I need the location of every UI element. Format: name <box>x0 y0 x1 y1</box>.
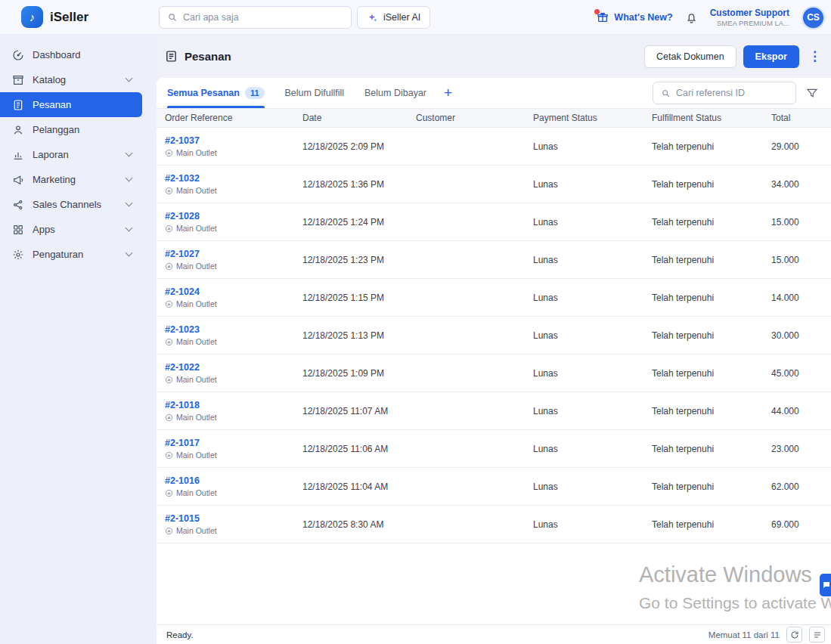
table-row[interactable]: #2-1027 Main Outlet 12/18/2025 1:23 PM L… <box>157 241 831 279</box>
sidebar-item-apps[interactable]: Apps <box>0 217 142 242</box>
avatar[interactable]: CS <box>802 6 825 29</box>
tab-label: Belum Dibayar <box>364 88 426 98</box>
megaphone-icon <box>11 173 24 186</box>
order-date: 12/18/2025 1:13 PM <box>302 330 416 341</box>
table-row[interactable]: #2-1017 Main Outlet 12/18/2025 11:06 AM … <box>157 430 831 468</box>
order-reference-link[interactable]: #2-1015 <box>165 513 302 524</box>
fulfillment-status: Telah terpenuhi <box>652 444 771 454</box>
iseller-ai-button[interactable]: iSeller AI <box>357 6 430 29</box>
tab-belum-difullfill[interactable]: Belum Difullfill <box>285 78 345 108</box>
filter-funnel-icon[interactable] <box>801 82 823 104</box>
order-total: 15.000 <box>771 217 831 228</box>
outlet-icon <box>165 451 173 460</box>
table-row[interactable]: #2-1022 Main Outlet 12/18/2025 1:09 PM L… <box>157 355 831 392</box>
table-row[interactable]: #2-1037 Main Outlet 12/18/2025 2:09 PM L… <box>157 128 831 166</box>
table-row[interactable]: #2-1015 Main Outlet 12/18/2025 8:30 AM L… <box>157 506 831 543</box>
sidebar-item-dashboard[interactable]: Dashboard <box>0 42 142 67</box>
table-row[interactable]: #2-1016 Main Outlet 12/18/2025 11:04 AM … <box>157 468 831 506</box>
tab-belum-dibayar[interactable]: Belum Dibayar <box>364 78 426 108</box>
sidebar-item-marketing[interactable]: Marketing <box>0 167 142 192</box>
column-header[interactable]: Total <box>771 113 831 123</box>
order-reference-link[interactable]: #2-1018 <box>165 400 302 410</box>
tab-label: Semua Pesanan <box>167 88 240 98</box>
chevron-down-icon <box>126 175 133 182</box>
column-header[interactable]: Fulfillment Status <box>652 113 771 123</box>
order-total: 30.000 <box>771 330 831 341</box>
chevron-down-icon <box>126 150 133 157</box>
global-search[interactable] <box>159 6 352 29</box>
payment-status: Lunas <box>533 444 652 454</box>
receipt-icon <box>11 98 24 111</box>
order-reference-link[interactable]: #2-1037 <box>165 135 302 146</box>
kebab-menu-icon[interactable]: ⋮ <box>806 50 823 63</box>
sidebar-item-pengaturan[interactable]: Pengaturan <box>0 242 142 267</box>
column-header[interactable]: Order Reference <box>165 113 302 123</box>
whats-new-button[interactable]: What's New? <box>597 11 672 23</box>
chat-icon <box>822 581 831 590</box>
column-header[interactable]: Customer <box>416 113 533 123</box>
order-total: 29.000 <box>771 141 831 152</box>
brand[interactable]: ♪ iSeller <box>21 6 88 28</box>
header-actions: Cetak Dokumen Ekspor ⋮ <box>644 45 823 68</box>
sidebar-item-pelanggan[interactable]: Pelanggan <box>0 117 142 142</box>
search-icon <box>661 88 671 98</box>
status-bar-right: Memuat 11 dari 11 <box>709 627 825 642</box>
payment-status: Lunas <box>533 406 652 416</box>
reference-search-input[interactable] <box>676 88 788 98</box>
table-row[interactable]: #2-1023 Main Outlet 12/18/2025 1:13 PM L… <box>157 317 831 355</box>
outlet-icon <box>165 187 173 195</box>
export-button[interactable]: Ekspor <box>743 45 799 68</box>
sidebar-item-pesanan[interactable]: Pesanan <box>0 92 142 117</box>
tab-semua-pesanan[interactable]: Semua Pesanan 11 <box>167 78 265 108</box>
table-row[interactable]: #2-1032 Main Outlet 12/18/2025 1:36 PM L… <box>157 166 831 203</box>
chat-widget-button[interactable] <box>820 574 831 596</box>
payment-status: Lunas <box>533 141 652 152</box>
order-total: 23.000 <box>771 444 831 454</box>
notifications-bell-icon[interactable] <box>685 11 698 24</box>
fulfillment-status: Telah terpenuhi <box>652 406 771 416</box>
outlet-icon <box>165 300 173 308</box>
customer-support[interactable]: Customer Support SMEA PREMIUM LA... <box>710 8 789 28</box>
order-reference-link[interactable]: #2-1032 <box>165 173 302 184</box>
print-document-button[interactable]: Cetak Dokumen <box>644 45 736 68</box>
tab-label: Belum Difullfill <box>285 88 345 98</box>
order-date: 12/18/2025 11:04 AM <box>302 481 416 492</box>
fulfillment-status: Telah terpenuhi <box>652 179 771 190</box>
outlet-label: Main Outlet <box>176 224 217 233</box>
customer-support-title: Customer Support <box>710 8 789 19</box>
order-reference-link[interactable]: #2-1023 <box>165 324 302 335</box>
event-log-icon[interactable] <box>809 627 825 642</box>
outlet-icon <box>165 413 173 422</box>
tab-count-badge: 11 <box>245 87 265 99</box>
order-reference-link[interactable]: #2-1024 <box>165 286 302 297</box>
order-reference-link[interactable]: #2-1027 <box>165 249 302 259</box>
payment-status: Lunas <box>533 217 652 228</box>
reference-search[interactable] <box>653 82 796 104</box>
order-reference-link[interactable]: #2-1028 <box>165 211 302 221</box>
add-tab-plus-icon[interactable]: + <box>444 85 452 101</box>
order-reference-link[interactable]: #2-1022 <box>165 362 302 373</box>
outlet-icon <box>165 489 173 497</box>
bar-chart-icon <box>11 148 24 161</box>
person-icon <box>11 123 24 136</box>
sidebar-item-laporan[interactable]: Laporan <box>0 142 142 167</box>
outlet-icon <box>165 376 173 384</box>
sidebar-item-katalog[interactable]: Katalog <box>0 67 142 92</box>
column-header[interactable]: Payment Status <box>533 113 652 123</box>
order-date: 12/18/2025 1:15 PM <box>302 293 416 303</box>
table-row[interactable]: #2-1018 Main Outlet 12/18/2025 11:07 AM … <box>157 392 831 430</box>
payment-status: Lunas <box>533 368 652 379</box>
chevron-down-icon <box>126 224 133 232</box>
sidebar-item-sales-channels[interactable]: Sales Channels <box>0 192 142 217</box>
outlet-icon <box>165 338 173 346</box>
column-header[interactable]: Date <box>302 113 416 123</box>
fulfillment-status: Telah terpenuhi <box>652 519 771 530</box>
order-reference-link[interactable]: #2-1016 <box>165 475 302 486</box>
table-row[interactable]: #2-1028 Main Outlet 12/18/2025 1:24 PM L… <box>157 203 831 241</box>
order-reference-link[interactable]: #2-1017 <box>165 438 302 448</box>
table-row[interactable]: #2-1024 Main Outlet 12/18/2025 1:15 PM L… <box>157 279 831 317</box>
chevron-down-icon <box>126 249 133 257</box>
outlet-label: Main Outlet <box>176 337 217 346</box>
refresh-icon[interactable] <box>786 627 802 642</box>
global-search-input[interactable] <box>183 12 343 23</box>
